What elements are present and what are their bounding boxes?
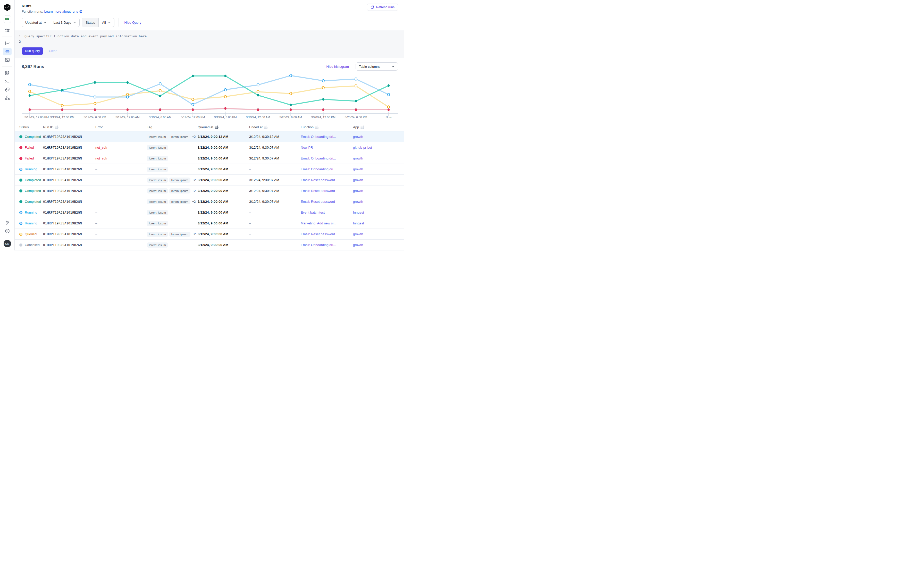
data-point-running[interactable] — [159, 83, 161, 85]
function-link[interactable]: Email: Onboarding dri... — [301, 135, 336, 139]
table-row[interactable]: Running 01HRPT19RJSA1019B2GN – lorem: ip… — [15, 164, 404, 175]
data-point-failed[interactable] — [290, 108, 292, 111]
event-search-icon[interactable] — [3, 56, 12, 64]
data-point-running[interactable] — [224, 88, 227, 91]
data-point-running[interactable] — [323, 79, 324, 82]
table-row[interactable]: Queued 01HRPT19RJSA1019B2GN – lorem: ips… — [15, 229, 404, 240]
table-columns-dropdown[interactable]: Table columns — [356, 63, 398, 70]
function-link[interactable]: Email: Onboarding dri... — [301, 157, 336, 160]
app-link[interactable]: growth — [353, 200, 363, 204]
function-link[interactable]: Email: Onboarding dri... — [301, 167, 336, 171]
workspace-badge[interactable]: PR — [4, 16, 11, 23]
table-row[interactable]: Running 01HRPT19RJSA1019B2GN – lorem: ip… — [15, 218, 404, 229]
function-link[interactable]: Marketing: Add new si... — [301, 221, 336, 225]
function-link[interactable]: Email: Onboarding dri... — [301, 243, 336, 247]
app-link[interactable]: growth — [353, 157, 363, 160]
hide-query-link[interactable]: Hide Query — [124, 20, 141, 25]
table-row[interactable]: Failed 01HRPT19RJSA1019B2GN not_sdk lore… — [15, 153, 404, 164]
data-point-failed[interactable] — [355, 108, 357, 111]
data-point-queued[interactable] — [290, 92, 292, 95]
data-point-completed[interactable] — [224, 75, 227, 77]
filter-sliders-icon[interactable] — [3, 26, 12, 34]
table-row[interactable]: Running 01HRPT19RJSA1019B2GN – lorem: ip… — [15, 207, 404, 218]
sort-icon[interactable] — [215, 125, 219, 129]
function-link[interactable]: Email: Reset password — [301, 200, 335, 204]
webhooks-icon[interactable] — [3, 94, 12, 102]
function-link[interactable]: Email: Reset password — [301, 232, 335, 236]
function-link[interactable]: New PR — [301, 146, 313, 149]
learn-more-link[interactable]: Learn more about runs — [44, 9, 83, 13]
inngest-logo-icon[interactable] — [3, 4, 11, 11]
data-point-failed[interactable] — [159, 108, 161, 111]
table-row[interactable]: Completed 01HRPT19RJSA1019B2GN – lorem: … — [15, 185, 404, 196]
data-point-running[interactable] — [290, 74, 292, 77]
data-point-queued[interactable] — [257, 91, 259, 93]
table-row[interactable]: Failed 01HRPT19RJSA1019B2GN not_sdk lore… — [15, 142, 404, 153]
functions-icon[interactable] — [3, 77, 12, 85]
function-link[interactable]: Email: Reset password — [301, 189, 335, 193]
data-point-queued[interactable] — [388, 106, 390, 108]
column-header-ended-at[interactable]: Ended at — [249, 125, 301, 129]
data-point-queued[interactable] — [355, 85, 357, 87]
data-point-queued[interactable] — [323, 86, 324, 89]
column-header-run-id[interactable]: Run ID — [43, 125, 96, 129]
table-row[interactable]: Completed 01HRPT19RJSA1019B2GN – lorem: … — [15, 175, 404, 185]
data-point-completed[interactable] — [28, 94, 31, 97]
sort-icon[interactable] — [55, 125, 59, 129]
data-point-failed[interactable] — [224, 107, 227, 110]
app-link[interactable]: growth — [353, 167, 363, 171]
function-link[interactable]: Email: Reset password — [301, 178, 335, 182]
app-link[interactable]: github-pr-bot — [353, 146, 372, 149]
sort-icon[interactable] — [360, 125, 364, 129]
sort-icon[interactable] — [315, 125, 319, 129]
data-point-completed[interactable] — [355, 100, 357, 103]
data-point-completed[interactable] — [257, 94, 259, 97]
app-link[interactable]: Inngest — [353, 221, 364, 225]
environments-icon[interactable] — [3, 86, 12, 93]
data-point-failed[interactable] — [127, 108, 128, 111]
data-point-queued[interactable] — [192, 98, 194, 101]
data-point-queued[interactable] — [28, 90, 31, 93]
help-icon[interactable] — [3, 227, 12, 235]
data-point-failed[interactable] — [28, 108, 31, 111]
data-point-running[interactable] — [257, 84, 259, 86]
data-point-failed[interactable] — [61, 108, 63, 111]
data-point-running[interactable] — [192, 103, 194, 106]
data-point-failed[interactable] — [192, 108, 194, 111]
app-link[interactable]: Inngest — [353, 210, 364, 214]
data-point-failed[interactable] — [323, 108, 324, 111]
data-point-failed[interactable] — [94, 108, 96, 111]
clear-query-button[interactable]: Clear — [49, 49, 57, 53]
data-point-completed[interactable] — [94, 81, 96, 84]
app-link[interactable]: growth — [353, 189, 363, 193]
data-point-running[interactable] — [94, 96, 96, 98]
data-point-completed[interactable] — [61, 89, 63, 91]
data-point-completed[interactable] — [192, 75, 194, 77]
dev-server-icon[interactable] — [3, 219, 12, 227]
run-query-button[interactable]: Run query — [22, 47, 43, 55]
column-header-app[interactable]: App — [353, 125, 401, 129]
data-point-completed[interactable] — [388, 84, 390, 87]
query-editor[interactable]: 1 Query specific function data and event… — [15, 30, 404, 58]
data-point-running[interactable] — [28, 83, 31, 86]
status-filter-dropdown[interactable]: All — [99, 18, 114, 27]
app-link[interactable]: growth — [353, 243, 363, 247]
function-link[interactable]: Event batch test — [301, 210, 325, 214]
time-range-dropdown[interactable]: Last 3 Days — [50, 18, 80, 27]
apps-icon[interactable] — [3, 69, 12, 77]
table-row[interactable]: Cancelled 01HRPT19RJSA1019B2GN – lorem: … — [15, 240, 404, 250]
data-point-completed[interactable] — [127, 81, 128, 84]
column-header-function[interactable]: Function — [301, 125, 353, 129]
refresh-runs-button[interactable]: Refresh runs — [367, 4, 398, 11]
metrics-icon[interactable] — [3, 39, 12, 47]
data-point-failed[interactable] — [257, 108, 259, 111]
sort-icon[interactable] — [264, 125, 268, 129]
data-point-queued[interactable] — [94, 102, 96, 105]
data-point-queued[interactable] — [224, 96, 227, 98]
hide-histogram-link[interactable]: Hide histogram — [326, 65, 349, 69]
runs-list-icon[interactable] — [3, 48, 12, 55]
user-avatar[interactable]: CN — [4, 240, 11, 247]
data-point-failed[interactable] — [388, 108, 390, 111]
data-point-queued[interactable] — [159, 89, 161, 92]
app-link[interactable]: growth — [353, 178, 363, 182]
